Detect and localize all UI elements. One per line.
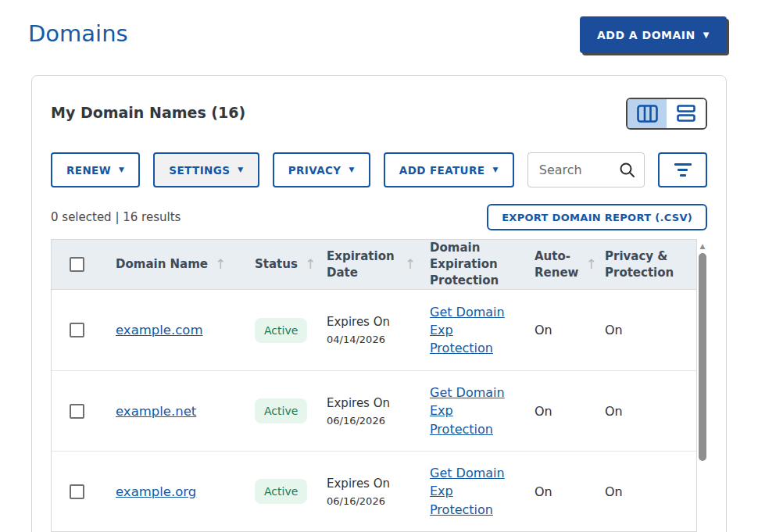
card-title: My Domain Names (16) bbox=[51, 95, 707, 121]
add-feature-label: ADD FEATURE bbox=[399, 164, 485, 177]
column-layout-icon bbox=[637, 105, 658, 123]
row-checkbox-cell bbox=[52, 404, 102, 419]
domains-card: My Domain Names (16) bbox=[31, 75, 727, 532]
get-domain-exp-protection-link[interactable]: Get Domain Exp Protection bbox=[430, 384, 508, 438]
renew-button[interactable]: RENEW ▼ bbox=[51, 152, 140, 187]
view-toggle bbox=[626, 98, 707, 130]
scrollbar-thumb[interactable] bbox=[699, 253, 706, 461]
status-cell: Active bbox=[241, 398, 313, 423]
protection-cell: Get Domain Exp Protection bbox=[416, 384, 520, 438]
privacy-label: PRIVACY bbox=[288, 164, 341, 177]
domain-link[interactable]: example.org bbox=[116, 484, 196, 499]
expires-on-label: Expires On bbox=[327, 315, 416, 329]
page-header: Domains ADD A DOMAIN ▼ bbox=[0, 0, 758, 75]
status-cell: Active bbox=[241, 479, 313, 504]
auto-renew-cell: On bbox=[520, 404, 591, 419]
privacy-cell: On bbox=[591, 404, 696, 419]
privacy-protection-value: On bbox=[605, 404, 623, 419]
card-head: My Domain Names (16) bbox=[51, 95, 707, 149]
add-domain-label: ADD A DOMAIN bbox=[597, 29, 695, 41]
expiration-date: 06/16/2026 bbox=[327, 415, 416, 427]
table-scrollbar[interactable]: ▲ bbox=[698, 240, 707, 532]
expiration-cell: Expires On 04/14/2026 bbox=[313, 315, 416, 345]
auto-renew-value: On bbox=[535, 404, 552, 419]
renew-label: RENEW bbox=[66, 164, 111, 177]
filter-icon bbox=[674, 163, 692, 166]
auto-renew-cell: On bbox=[520, 484, 591, 499]
expires-on-label: Expires On bbox=[327, 396, 416, 410]
table-row: example.net Active Expires On 06/16/2026… bbox=[52, 370, 696, 451]
meta-row: 0 selected | 16 results EXPORT DOMAIN RE… bbox=[51, 204, 707, 230]
table-row: example.com Active Expires On 04/14/2026… bbox=[52, 290, 696, 370]
domain-link[interactable]: example.com bbox=[116, 323, 203, 337]
get-domain-exp-protection-link[interactable]: Get Domain Exp Protection bbox=[430, 303, 508, 358]
select-all-checkbox[interactable] bbox=[70, 257, 84, 272]
auto-renew-value: On bbox=[535, 323, 552, 337]
expiration-cell: Expires On 06/16/2026 bbox=[313, 477, 416, 507]
expires-on-label: Expires On bbox=[327, 477, 416, 491]
row-checkbox[interactable] bbox=[70, 323, 84, 337]
status-badge: Active bbox=[255, 318, 307, 343]
row-checkbox-cell bbox=[52, 484, 102, 499]
scroll-up-arrow-icon[interactable]: ▲ bbox=[698, 241, 707, 251]
domains-table: Domain Name ↑ Status ↑ Expiration Date ↑… bbox=[51, 239, 707, 532]
privacy-protection-value: On bbox=[605, 323, 623, 337]
domains-page: Domains ADD A DOMAIN ▼ My Domain Names (… bbox=[0, 0, 758, 532]
settings-label: SETTINGS bbox=[169, 164, 230, 177]
domain-cell: example.net bbox=[102, 404, 241, 419]
sort-arrow-icon[interactable]: ↑ bbox=[405, 255, 416, 274]
filter-button[interactable] bbox=[658, 152, 707, 187]
expiration-date: 04/14/2026 bbox=[327, 334, 416, 345]
header-checkbox-cell bbox=[52, 257, 102, 272]
privacy-cell: On bbox=[591, 323, 696, 337]
row-checkbox-cell bbox=[52, 323, 102, 337]
get-domain-exp-protection-link[interactable]: Get Domain Exp Protection bbox=[430, 464, 508, 519]
column-header-expiration-date[interactable]: Expiration Date ↑ bbox=[313, 248, 416, 281]
protection-cell: Get Domain Exp Protection bbox=[416, 464, 520, 519]
table-header-row: Domain Name ↑ Status ↑ Expiration Date ↑… bbox=[52, 240, 696, 290]
status-badge: Active bbox=[255, 398, 307, 423]
column-header-domain-expiration-protection: Domain Expiration Protection bbox=[416, 240, 520, 289]
table-body: example.com Active Expires On 04/14/2026… bbox=[52, 290, 696, 531]
row-view-button[interactable] bbox=[667, 99, 706, 128]
auto-renew-value: On bbox=[535, 484, 552, 499]
row-checkbox[interactable] bbox=[70, 484, 84, 499]
search-box bbox=[527, 152, 645, 187]
caret-down-icon: ▼ bbox=[349, 166, 354, 173]
selection-summary: 0 selected | 16 results bbox=[51, 210, 181, 224]
caret-down-icon: ▼ bbox=[492, 166, 498, 173]
expiration-cell: Expires On 06/16/2026 bbox=[313, 396, 416, 427]
page-title: Domains bbox=[28, 20, 128, 47]
caret-down-icon: ▼ bbox=[703, 31, 710, 39]
toolbar: RENEW ▼ SETTINGS ▼ PRIVACY ▼ ADD FEATURE… bbox=[51, 152, 707, 187]
column-view-button[interactable] bbox=[627, 99, 667, 128]
column-header-status[interactable]: Status ↑ bbox=[241, 255, 313, 274]
protection-cell: Get Domain Exp Protection bbox=[416, 303, 520, 358]
privacy-button[interactable]: PRIVACY ▼ bbox=[273, 152, 370, 187]
domain-cell: example.com bbox=[102, 323, 241, 337]
column-header-domain-name[interactable]: Domain Name ↑ bbox=[102, 255, 241, 274]
table-row: example.org Active Expires On 06/16/2026… bbox=[52, 451, 696, 531]
settings-button[interactable]: SETTINGS ▼ bbox=[153, 152, 259, 187]
sort-arrow-icon[interactable]: ↑ bbox=[215, 255, 226, 274]
add-feature-button[interactable]: ADD FEATURE ▼ bbox=[384, 152, 514, 187]
privacy-cell: On bbox=[591, 484, 696, 499]
status-badge: Active bbox=[255, 479, 307, 504]
add-domain-button[interactable]: ADD A DOMAIN ▼ bbox=[580, 16, 727, 53]
privacy-protection-value: On bbox=[605, 484, 623, 499]
column-header-privacy-protection: Privacy & Protection bbox=[591, 248, 696, 281]
row-checkbox[interactable] bbox=[70, 404, 84, 419]
export-domain-report-button[interactable]: EXPORT DOMAIN REPORT (.CSV) bbox=[487, 204, 707, 230]
domain-cell: example.org bbox=[102, 484, 241, 499]
column-header-auto-renew[interactable]: Auto-Renew ↑ bbox=[520, 248, 591, 281]
caret-down-icon: ▼ bbox=[119, 166, 124, 173]
caret-down-icon: ▼ bbox=[238, 166, 243, 173]
domain-link[interactable]: example.net bbox=[116, 404, 196, 419]
search-icon bbox=[619, 162, 635, 178]
row-layout-icon bbox=[677, 105, 695, 123]
auto-renew-cell: On bbox=[520, 323, 591, 337]
expiration-date: 06/16/2026 bbox=[327, 495, 416, 507]
status-cell: Active bbox=[241, 318, 313, 343]
